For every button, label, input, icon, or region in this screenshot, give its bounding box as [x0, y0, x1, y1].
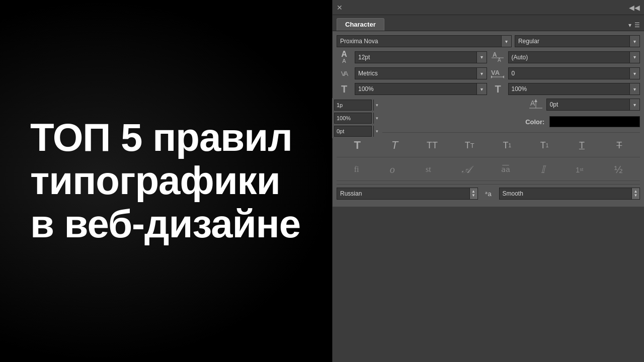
- partial-input-1: 1p: [334, 100, 372, 111]
- left-section: ТОП 5 правил типографики в веб-дизайне: [0, 0, 332, 362]
- kerning-dropdown[interactable]: Metrics ▾: [355, 67, 487, 79]
- font-size-arrow: ▾: [476, 52, 487, 63]
- scale-row: T 100% ▾ T 100% ▾: [337, 83, 640, 95]
- font-style-value: Regular: [515, 38, 629, 45]
- font-size-dropdown[interactable]: 12pt ▾: [355, 51, 487, 63]
- antialiasing-icon: ᵃa: [481, 190, 496, 198]
- font-style-arrow: ▾: [629, 36, 639, 47]
- partial-input-3: 0pt: [334, 126, 372, 137]
- antialiasing-value: Smooth: [500, 190, 632, 197]
- svg-text:A: A: [498, 57, 501, 63]
- partial-arrow-1: ▾: [373, 100, 380, 111]
- size-leading-row: A A 12pt ▾ A A (Auto) ▾: [337, 50, 640, 64]
- main-title: ТОП 5 правил типографики в веб-дизайне: [30, 116, 300, 245]
- baseline-shift-icon: A: [528, 98, 543, 111]
- partial-input-2: 100%: [334, 113, 372, 124]
- vertical-scale-icon: T: [337, 83, 352, 95]
- collapse-icon[interactable]: ◀◀: [629, 4, 640, 12]
- horizontal-scale-input[interactable]: 100% ▾: [508, 83, 640, 95]
- font-family-dropdown[interactable]: Proxima Nova ▾: [337, 35, 512, 47]
- kerning-tracking-row: VA Metrics ▾ VA 0 ▾: [337, 67, 640, 80]
- superscript-ordinal-button[interactable]: 1st: [576, 165, 583, 174]
- opentype-row: fi o st 𝒜 a͞a 𝕀 1st ½: [337, 160, 640, 178]
- partial-overlay: 1p ▾ 100% ▾ 0pt ▾: [332, 98, 382, 138]
- baseline-shift-input[interactable]: 0pt ▾: [546, 99, 640, 111]
- tracking-value: 0: [509, 70, 630, 77]
- kerning-value: Metrics: [355, 70, 476, 77]
- antialiasing-dropdown[interactable]: Smooth ▲ ▼: [499, 188, 640, 200]
- swash-button[interactable]: 𝒜: [462, 164, 470, 175]
- font-row: Proxima Nova ▾ Regular ▾: [337, 35, 640, 47]
- svg-text:A: A: [493, 51, 497, 58]
- kerning-icon: VA: [337, 70, 352, 77]
- svg-marker-6: [503, 75, 504, 78]
- tracking-icon: VA: [490, 67, 505, 80]
- bottom-row: Russian ▲ ▼ ᵃa Smooth ▲ ▼: [337, 184, 640, 203]
- dropdown-tab-icon[interactable]: ▾: [628, 22, 631, 29]
- baseline-shift-value: 0pt: [547, 101, 629, 108]
- old-style-button[interactable]: o: [390, 164, 395, 175]
- divider-3: [337, 180, 640, 181]
- close-icon[interactable]: ✕: [337, 4, 343, 12]
- vertical-scale-arrow: ▾: [476, 83, 487, 95]
- horizontal-scale-icon: T: [490, 83, 505, 95]
- horizontal-scale-value: 100%: [509, 85, 630, 93]
- vertical-scale-value: 100%: [355, 85, 476, 93]
- title-line1: ТОП 5 правил: [30, 115, 292, 159]
- language-value: Russian: [337, 190, 469, 197]
- ligatures-button[interactable]: fi: [354, 165, 359, 174]
- character-tab[interactable]: Character: [337, 18, 384, 31]
- partial-row-3: 0pt ▾: [334, 126, 380, 137]
- tracking-arrow: ▾: [629, 68, 639, 79]
- all-caps-button[interactable]: TT: [425, 140, 439, 151]
- faux-italic-button[interactable]: T: [388, 139, 402, 152]
- partial-row-1: 1p ▾: [334, 100, 380, 111]
- partial-arrow-3: ▾: [373, 126, 380, 137]
- small-caps-button[interactable]: TT: [462, 140, 476, 151]
- partial-row-2: 100% ▾: [334, 113, 380, 124]
- tracking-dropdown[interactable]: 0 ▾: [508, 67, 640, 79]
- leading-icon: A A: [490, 51, 505, 64]
- stylistic-button[interactable]: st: [426, 165, 431, 174]
- svg-text:VA: VA: [491, 69, 500, 76]
- horizontal-scale-arrow: ▾: [629, 83, 639, 95]
- vertical-scale-input[interactable]: 100% ▾: [355, 83, 487, 95]
- font-size-icon: A A: [337, 50, 352, 64]
- leading-dropdown[interactable]: (Auto) ▾: [508, 51, 640, 63]
- font-family-arrow: ▾: [501, 36, 511, 47]
- color-swatch[interactable]: [549, 116, 640, 127]
- divider-2: [337, 157, 640, 157]
- baseline-shift-arrow: ▾: [629, 99, 639, 110]
- panel-menu: ▾ ☰: [628, 22, 640, 31]
- font-style-dropdown[interactable]: Regular ▾: [515, 35, 640, 47]
- character-panel: ✕ ◀◀ Character ▾ ☰ Proxima Nova ▾ Regula…: [332, 0, 644, 362]
- tab-bar: Character ▾ ☰: [333, 15, 644, 31]
- title-line2: типографики: [30, 158, 280, 203]
- title-line3: в веб-дизайне: [30, 202, 300, 246]
- type-styles-row: T T TT TT T1 T1 T T: [337, 136, 640, 155]
- strikethrough-button[interactable]: T: [612, 140, 626, 151]
- panel-header: ✕ ◀◀: [333, 0, 644, 15]
- menu-icon[interactable]: ☰: [634, 22, 640, 29]
- partial-arrow-2: ▾: [373, 113, 380, 124]
- color-label: Color:: [525, 118, 544, 126]
- ordinals-button[interactable]: 𝕀: [541, 163, 545, 175]
- leading-value: (Auto): [509, 54, 630, 61]
- font-size-value: 12pt: [355, 54, 476, 61]
- font-family-value: Proxima Nova: [337, 38, 501, 45]
- subscript-button[interactable]: T1: [537, 140, 551, 151]
- titling-button[interactable]: a͞a: [501, 165, 510, 174]
- underline-button[interactable]: T: [575, 140, 589, 151]
- superscript-button[interactable]: T1: [500, 140, 514, 151]
- kerning-arrow: ▾: [476, 68, 487, 79]
- leading-arrow: ▾: [629, 52, 639, 63]
- language-dropdown[interactable]: Russian ▲ ▼: [337, 188, 478, 200]
- fractions-button[interactable]: ½: [614, 164, 623, 175]
- faux-bold-button[interactable]: T: [350, 139, 364, 152]
- svg-text:A: A: [530, 99, 535, 107]
